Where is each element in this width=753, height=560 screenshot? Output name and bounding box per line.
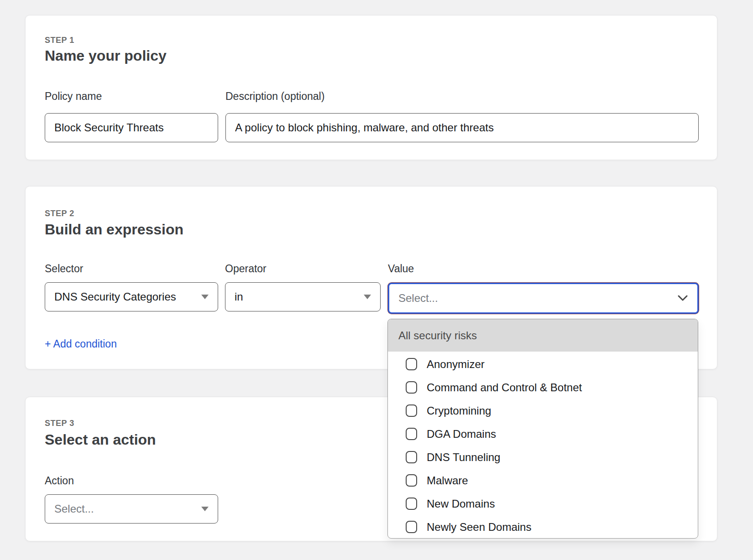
policy-name-input[interactable] [45,113,218,142]
dropdown-option[interactable]: DGA Domains [388,422,698,446]
dropdown-option-label: DGA Domains [427,428,496,441]
dropdown-option-label: Newly Seen Domains [427,521,531,534]
dropdown-option-label: Command and Control & Botnet [427,381,582,394]
dropdown-option[interactable]: Anonymizer [388,353,698,376]
step2-title: Build an expression [45,221,183,238]
value-placeholder: Select... [398,292,438,305]
selector-select-value: DNS Security Categories [54,290,176,303]
operator-select[interactable]: in [225,282,381,311]
chevron-down-icon [677,295,688,301]
description-input[interactable] [225,113,699,142]
value-dropdown-menu: All security risks Anonymizer Command an… [387,319,698,539]
action-select[interactable]: Select... [45,494,218,524]
value-multiselect[interactable]: Select... [388,283,699,314]
action-label: Action [45,475,74,487]
checkbox-unchecked-icon[interactable] [406,428,417,440]
checkbox-unchecked-icon[interactable] [406,498,417,510]
policy-name-label: Policy name [45,90,102,103]
step3-eyebrow: STEP 3 [45,419,74,428]
action-select-placeholder: Select... [54,503,94,515]
checkbox-unchecked-icon[interactable] [406,451,417,463]
dropdown-option[interactable]: DNS Tunneling [388,446,698,469]
dropdown-option-label: Malware [427,474,468,487]
step1-card: STEP 1 Name your policy Policy name Desc… [25,15,717,160]
dropdown-option[interactable]: Newly Seen Domains [388,515,698,539]
dropdown-option-label: Anonymizer [427,358,485,371]
value-label: Value [388,263,414,275]
dropdown-option[interactable]: New Domains [388,492,698,515]
dropdown-arrow-icon [364,295,371,299]
add-condition-link[interactable]: + Add condition [45,338,117,350]
dropdown-option[interactable]: Malware [388,469,698,492]
operator-label: Operator [225,263,267,275]
dropdown-arrow-icon [201,507,209,511]
operator-select-value: in [235,290,243,303]
dropdown-option-label: Cryptomining [427,404,491,417]
description-label: Description (optional) [225,90,324,103]
checkbox-unchecked-icon[interactable] [406,404,417,417]
step1-title: Name your policy [45,47,167,64]
dropdown-arrow-icon [201,295,209,299]
checkbox-unchecked-icon[interactable] [406,381,417,394]
dropdown-option[interactable]: Command and Control & Botnet [388,376,698,399]
selector-select[interactable]: DNS Security Categories [45,282,218,311]
step2-eyebrow: STEP 2 [45,209,74,218]
step3-title: Select an action [45,431,156,448]
dropdown-option-label: DNS Tunneling [427,451,500,464]
selector-label: Selector [45,263,83,275]
checkbox-unchecked-icon[interactable] [406,358,417,370]
step1-eyebrow: STEP 1 [45,36,74,45]
checkbox-unchecked-icon[interactable] [406,474,417,487]
dropdown-option[interactable]: Cryptomining [388,399,698,422]
dropdown-option-label: New Domains [427,498,495,510]
dropdown-option-list: Anonymizer Command and Control & Botnet … [388,352,698,539]
policy-builder-page: STEP 1 Name your policy Policy name Desc… [0,0,753,560]
checkbox-unchecked-icon[interactable] [406,521,417,533]
dropdown-group-header[interactable]: All security risks [388,319,698,352]
